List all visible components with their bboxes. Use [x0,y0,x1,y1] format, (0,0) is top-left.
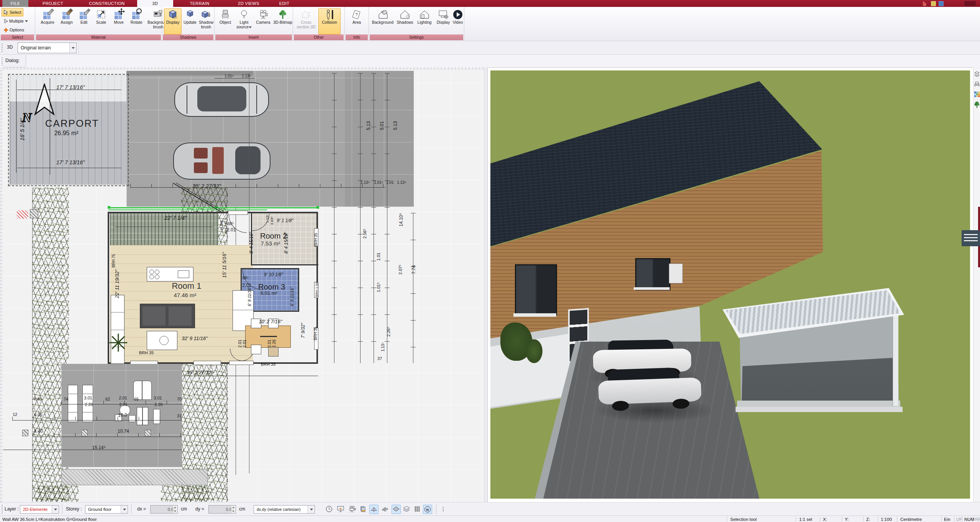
drag-handle[interactable] [1,43,3,52]
status-field: 1:1 sel [799,517,812,522]
dim-label: BRH 75 [111,254,116,267]
shadows-settings-button[interactable]: Shadows [395,8,415,34]
chevron-down-icon[interactable] [121,506,128,513]
lighting-settings-button[interactable]: Lighting [415,8,434,34]
dialog-row: Dialog: [0,55,980,67]
bitmap3d-button[interactable]: 3D-Bitmap [273,8,293,34]
dim-label: 2.01 [242,339,247,347]
status-field: Ein [944,517,951,522]
separator [941,517,942,522]
dim-label: 5.13 [393,121,398,130]
separator [796,517,796,522]
chair-icon [220,10,230,20]
north-icon[interactable]: N [423,505,432,514]
edit-button[interactable]: Edit [76,8,92,34]
terrain-select[interactable]: Original terrain [18,43,77,53]
multiple-button[interactable]: Multiple [2,17,30,25]
house-shadow-icon [400,10,410,20]
dim-label: BRH 35 [313,327,318,340]
ribbon-group-select: Select Multiple Options Select [0,7,35,41]
roof-view-icon[interactable] [369,505,379,514]
ribbon-group-other: Cross section 3D Collision Other [293,7,345,41]
chevron-down-icon[interactable] [308,506,315,513]
camera-button[interactable]: Camera [254,8,273,34]
layer-select[interactable]: 2D-Elemente [20,505,59,514]
dy-input[interactable] [208,505,234,514]
tab-project[interactable]: PROJECT [29,0,77,7]
view-3d-pane[interactable] [487,67,974,502]
separator [820,517,820,522]
furniture-icon[interactable] [974,81,980,87]
status-field: Selection tool [730,517,757,522]
dx-stepper[interactable] [173,505,178,514]
drag-handle[interactable] [1,57,3,65]
presentation-icon[interactable] [336,505,345,513]
display-settings-button[interactable]: Display [434,8,452,34]
help-icon[interactable] [939,1,944,6]
chevron-down-icon[interactable] [52,506,59,513]
dialog-label: Dialog: [5,58,20,63]
ribbon-group-insert: Object Light source Camera 3D-Bitmap Ins… [215,7,293,41]
acquire-button[interactable]: Acquire [38,8,57,34]
window-menu-icon[interactable] [964,1,976,7]
camera-icon[interactable] [348,505,356,513]
plan-2d-view[interactable]: N [0,67,484,502]
storey-label: Storey : [66,502,82,515]
clock-icon[interactable] [325,505,333,513]
splitter-grip[interactable] [962,230,980,246]
dim-label: 32' 9 11/16" [182,335,208,341]
rotate-button[interactable]: Rotate [127,8,146,34]
car-3d-silver [598,364,702,413]
video-settings-button[interactable]: Video [452,8,464,34]
tree-icon[interactable] [974,101,980,108]
coordinate-mode-select[interactable]: dx,dy (relative cartesian) [254,505,315,514]
bush [526,339,542,363]
layers-icon[interactable] [974,71,980,77]
shadow-update-button[interactable]: Update [182,8,198,34]
status-bar: Wall AW 36.5cm L=Konstruktion G=Ground f… [0,515,980,522]
dim-label: 7.53 m² [261,240,280,247]
shadow-display-button[interactable]: Display [164,8,182,34]
tab-file[interactable]: FILE [2,0,28,7]
drag-handle[interactable] [1,504,3,514]
monitor-gear-icon [438,10,448,20]
area-button[interactable]: ? Area [347,8,366,34]
layers-stack-icon[interactable] [402,505,411,513]
coordinate-mode-value: dx,dy (relative cartesian) [254,507,308,512]
tab-3d[interactable]: 3D [137,0,173,7]
background-settings-button[interactable]: Background [370,8,395,34]
dim-label: 74 [64,397,68,401]
dim-label: BRH 35 [261,362,276,367]
cross-section-3d-button: Cross section 3D [295,8,318,34]
tab-edit[interactable]: EDIT [272,0,297,7]
dy-stepper[interactable] [231,505,236,514]
object-button[interactable]: Object [216,8,234,34]
options-button[interactable]: Options [2,26,26,34]
tab-2d-views[interactable]: 2D VIEWS [226,0,271,7]
more-options-icon[interactable]: ⋮ [441,502,446,515]
pages-icon[interactable] [359,505,367,513]
snapshot-icon[interactable] [931,1,936,6]
select-button[interactable]: Select [2,8,23,16]
chevron-down-icon[interactable] [69,43,76,53]
status-field: X: [823,517,827,522]
bottom-toolbar: Layer : 2D-Elemente Storey : Ground floo… [0,502,980,515]
ribbon-tab-bar: FILE PROJECT CONSTRUCTION 3D TERRAIN 2D … [0,0,980,7]
shadow-brush-button[interactable]: Shadow brush [198,8,214,34]
collision-button[interactable]: Collision [318,8,341,34]
dim-label: 22' 7 1/4" [164,215,187,221]
move-button[interactable]: Move [110,8,127,34]
assign-button[interactable]: Assign [57,8,76,34]
dim-label: 88⁵ [228,221,234,226]
dx-input[interactable] [150,505,175,514]
tab-terrain[interactable]: TERRAIN [174,0,225,7]
beams-icon[interactable] [381,505,389,513]
grid-icon[interactable] [413,505,421,513]
light-source-button[interactable]: Light source [234,8,254,34]
house-background-icon [378,10,388,20]
storey-select[interactable]: Ground floor [85,505,128,514]
tile-icon[interactable] [392,505,401,514]
scale-button[interactable]: Scale [92,8,110,34]
palette-icon[interactable] [974,91,980,97]
tab-construction[interactable]: CONSTRUCTION [77,0,136,7]
